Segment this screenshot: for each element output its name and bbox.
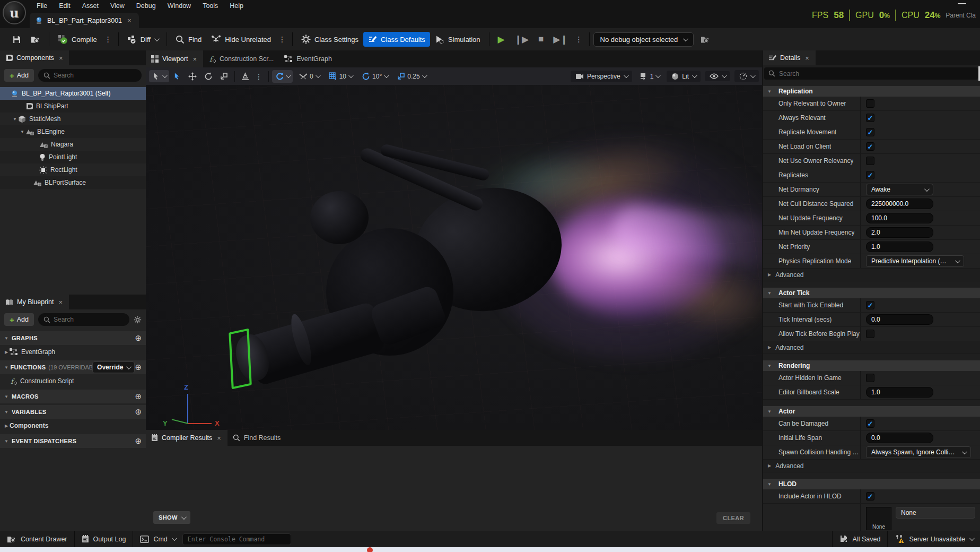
asset-tab[interactable]: BL_BP_Part_Raptor3001 × [30,13,139,28]
save-button[interactable] [7,32,26,47]
collapse-arrow-icon[interactable]: ▼ [767,364,775,368]
viewport-3d-scene[interactable]: Z X Y [146,85,762,430]
collapse-arrow-icon[interactable]: ▼ [767,291,775,296]
compile-button[interactable]: Compile [53,31,102,48]
details-search-input[interactable]: Search [764,67,978,80]
clear-button[interactable]: CLEAR [716,512,750,524]
menu-help[interactable]: Help [224,0,249,12]
console-command-input[interactable]: Enter Console Command [182,533,291,545]
details-section-replication[interactable]: ▼Replication [763,86,980,97]
add-component-button[interactable]: + Add [4,69,34,82]
checkbox-unchecked[interactable] [866,374,874,382]
section-macros[interactable]: ▼MACROS⊕ [0,390,146,403]
surface-snapping-button[interactable] [238,70,252,83]
tab-details[interactable]: Details × [763,50,816,65]
advanced-expander-row[interactable]: ▶Advanced [763,341,980,354]
add-circle-icon[interactable]: ⊕ [135,436,142,446]
collapse-arrow-icon[interactable]: ▼ [767,89,775,94]
menu-view[interactable]: View [104,0,130,12]
expander-icon[interactable]: ▶ [768,272,771,277]
expander-icon[interactable]: ▶ [3,424,10,428]
category-components[interactable]: ▶Components [0,419,146,433]
scale-tool-button[interactable] [217,70,231,82]
diff-button[interactable]: Diff [122,32,163,47]
add-circle-icon[interactable]: ⊕ [135,363,142,372]
screen-percentage-dropdown[interactable]: 1 [636,71,663,82]
checkbox-checked[interactable]: ✓ [866,142,874,151]
tab-viewport[interactable]: Viewport× [146,50,203,67]
select-tool-button[interactable] [170,70,184,82]
value-dropdown[interactable]: Predictive Interpolation (WIP) [866,255,964,267]
revision-control-button[interactable]: Server Unavailable [888,531,980,547]
class-defaults-button[interactable]: Class Defaults [363,32,430,47]
tab-construction-scr-[interactable]: fConstruction Scr... [203,50,279,67]
details-section-actor[interactable]: ▼Actor [763,406,980,417]
details-section-hlod[interactable]: ▼HLOD [763,479,980,489]
simulation-button[interactable]: Simulation [430,32,485,47]
cmd-dropdown[interactable]: Cmd [133,531,182,547]
play-options-dots[interactable]: ⋮ [573,35,585,44]
close-icon[interactable]: × [804,54,810,62]
content-drawer-button[interactable]: Content Drawer [0,531,74,547]
collapse-arrow-icon[interactable]: ▼ [4,365,10,370]
collapse-arrow-icon[interactable]: ▼ [4,394,12,399]
unreal-logo-icon[interactable]: u [3,1,26,24]
debug-browse-button[interactable] [696,32,715,47]
menu-edit[interactable]: Edit [53,0,76,12]
checkbox-checked[interactable]: ✓ [866,171,874,179]
component-row-blshippart[interactable]: BLShipPart [0,100,146,113]
tab-find-results[interactable]: Find Results [228,430,286,446]
snap-options-dots[interactable]: ⋮ [252,72,265,81]
checkbox-unchecked[interactable] [866,99,874,108]
add-circle-icon[interactable]: ⊕ [135,333,142,343]
asset-dropdown[interactable]: None [896,507,975,519]
viewport-options-dropdown[interactable] [734,70,759,82]
tab-compiler-results[interactable]: Compiler Results × [146,430,228,446]
hide-unrelated-options-dots[interactable]: ⋮ [276,35,288,44]
component-row-bl-bp-part-raptor3001-self-[interactable]: BL_BP_Part_Raptor3001 (Self) [0,87,146,100]
advanced-expander-row[interactable]: ▶Advanced [763,269,980,281]
frame-skip-button[interactable]: ❙▶ [510,32,533,47]
component-row-staticmesh[interactable]: ▼StaticMesh [0,113,146,125]
checkbox-checked[interactable]: ✓ [866,492,874,501]
value-input[interactable]: 0.0 [866,433,933,443]
expander-icon[interactable]: ▶ [768,463,771,468]
output-log-button[interactable]: Output Log [75,531,133,547]
show-filter-dropdown[interactable]: SHOW [153,511,190,524]
view-mode-dropdown[interactable]: Lit [667,71,701,82]
expander-icon[interactable]: ▼ [19,130,25,134]
play-button[interactable]: ▶ [493,32,510,47]
checkbox-unchecked[interactable] [866,330,874,338]
menu-debug[interactable]: Debug [130,0,162,12]
panel-settings-gear-icon[interactable] [134,316,142,324]
component-row-niagara[interactable]: Niagara [0,138,146,151]
expander-icon[interactable]: ▶ [768,345,771,350]
component-row-blportsurface[interactable]: BLPortSurface [0,176,146,189]
details-section-actor-tick[interactable]: ▼Actor Tick [763,288,980,298]
checkbox-checked[interactable]: ✓ [866,419,874,428]
details-section-rendering[interactable]: ▼Rendering [763,360,980,371]
close-icon[interactable]: × [216,434,222,442]
value-input[interactable]: 100.0 [866,213,933,223]
close-icon[interactable]: × [126,16,133,24]
value-dropdown[interactable]: Always Spawn, Ignore Collisions [866,446,971,458]
collapse-arrow-icon[interactable]: ▼ [767,482,775,487]
debug-object-dropdown[interactable]: No debug object selected [593,32,694,47]
menu-file[interactable]: File [31,0,53,12]
section-variables[interactable]: ▼VARIABLES⊕ [0,405,146,419]
expander-icon[interactable]: ▶ [3,350,10,355]
value-input[interactable]: 1.0 [866,387,933,398]
checkbox-unchecked[interactable] [866,157,874,165]
compile-options-dots[interactable]: ⋮ [102,35,115,44]
components-search-input[interactable]: Search [38,69,142,82]
section-graphs[interactable]: ▼GRAPHS⊕ [0,331,146,345]
collapse-arrow-icon[interactable]: ▼ [767,409,775,414]
browse-to-asset-button[interactable] [26,32,45,47]
location-grid-snap-toggle[interactable]: 0 [296,71,322,82]
close-icon[interactable]: × [57,298,64,306]
checkbox-checked[interactable]: ✓ [866,114,874,122]
override-dropdown[interactable]: Override [92,361,135,373]
asset-thumbnail[interactable]: None [866,507,891,530]
stop-button[interactable]: ■ [533,32,548,47]
add-blueprint-item-button[interactable]: + Add [4,313,34,326]
